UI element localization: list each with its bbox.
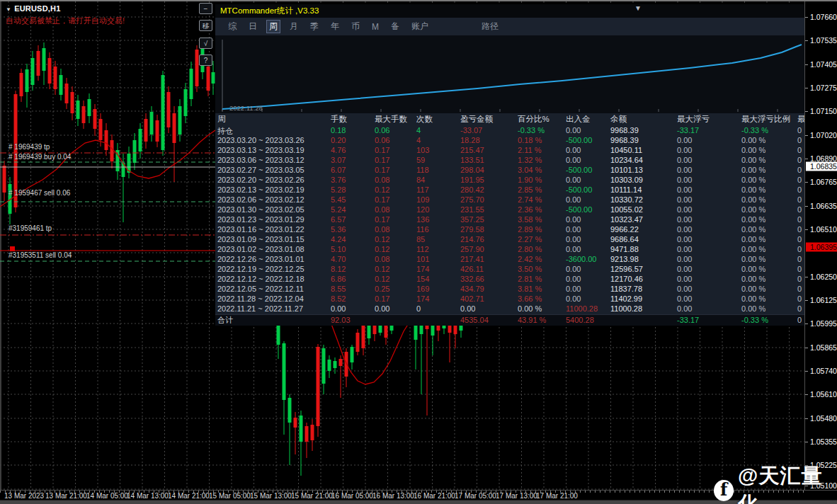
cell: 9968.39 <box>610 126 639 134</box>
cell: 10330.72 <box>610 195 643 204</box>
menu-item-账户[interactable]: 账户 <box>409 20 431 33</box>
price-label: 1.07405 <box>810 60 837 69</box>
panel-title[interactable]: MTCommander统计 ,V3.33 <box>215 4 804 18</box>
table-row[interactable]: 2022.12.12 ~ 2022.12.186.860.12154332.66… <box>215 275 804 285</box>
menu-item-季[interactable]: 季 <box>307 20 321 33</box>
menu-item-日[interactable]: 日 <box>246 20 260 33</box>
table-row[interactable]: 2022.12.05 ~ 2022.12.118.550.25169434.79… <box>215 285 804 294</box>
chevron-down-icon[interactable]: ▼ <box>6 6 11 13</box>
cell: 0 <box>797 176 802 184</box>
table-row[interactable]: 2023.02.06 ~ 2023.02.125.450.17109275.70… <box>215 195 804 205</box>
menu-item-M[interactable]: M <box>369 21 382 33</box>
cell: 2.11 % <box>518 146 541 154</box>
check-button[interactable]: √ <box>199 38 212 49</box>
time-label: 16 Mar 13:00 <box>372 492 414 500</box>
cell: 0.17 <box>375 294 389 303</box>
menu-item-备[interactable]: 备 <box>388 20 402 33</box>
order-label-1[interactable]: # 1969439 buy 0.04 <box>8 153 71 161</box>
cell: 0.00 <box>566 225 581 234</box>
price-tick <box>805 88 808 88</box>
table-row[interactable]: 2023.01.02 ~ 2023.01.085.100.12112257.90… <box>215 245 804 255</box>
col-header-8: 最大浮亏 <box>677 114 710 125</box>
time-axis[interactable]: 13 Mar 202313 Mar 21:0014 Mar 05:0014 Ma… <box>0 490 837 500</box>
watermark-handle: @天汇量化 <box>738 462 837 504</box>
menu-item-综[interactable]: 综 <box>225 20 239 33</box>
time-label: 13 Mar 2023 <box>4 492 44 500</box>
price-label: 1.07150 <box>810 107 837 115</box>
cell: 1.32 % <box>518 156 542 164</box>
table-row[interactable]: 2023.02.27 ~ 2023.03.056.070.17118298.04… <box>215 166 804 176</box>
table-row[interactable]: 2022.11.21 ~ 2022.11.270.000.0000.000.00… <box>215 304 804 314</box>
menu-item-周[interactable]: 周 <box>266 20 280 33</box>
cell: 174 <box>416 294 429 303</box>
cell: 0.17 <box>375 215 389 224</box>
cell: 0 <box>797 255 802 263</box>
row-total[interactable]: 合计92.034535.0443.91 %5400.28-33.17-0.33 … <box>215 314 804 326</box>
cell: 0.00 <box>677 166 692 174</box>
cell: 2022.12.19 ~ 2022.12.25 <box>217 265 304 273</box>
table-row[interactable]: 2023.01.23 ~ 2023.01.296.570.17136357.25… <box>215 215 804 225</box>
cell: 0.00 <box>677 195 692 204</box>
order-label-0[interactable]: # 1969439 tp <box>8 143 50 151</box>
table-row[interactable]: 2023.01.30 ~ 2023.02.055.240.08120231.55… <box>215 205 804 215</box>
bid-marker[interactable] <box>10 246 15 251</box>
table-row[interactable]: 2023.01.16 ~ 2023.01.225.360.08116279.58… <box>215 225 804 235</box>
stats-table: 持仓0.180.064-33.07-0.33 %0.009968.39-33.1… <box>215 126 804 326</box>
facebook-icon: f <box>714 480 734 501</box>
cell: 2023.01.30 ~ 2023.02.05 <box>217 205 304 214</box>
table-row[interactable]: 2022.12.19 ~ 2022.12.258.120.12174426.11… <box>215 265 804 275</box>
price-tick <box>805 64 808 65</box>
price-tick <box>805 323 808 324</box>
table-row[interactable]: 2023.01.09 ~ 2023.01.154.240.1285214.762… <box>215 235 804 245</box>
cell: 11402.99 <box>610 294 642 303</box>
cell: 8.55 <box>331 285 346 293</box>
help-button[interactable]: ? <box>199 55 212 66</box>
table-row[interactable]: 2023.03.06 ~ 2023.03.123.070.1759133.511… <box>215 156 804 166</box>
table-row[interactable]: 2023.02.13 ~ 2023.02.195.280.12117280.42… <box>215 185 804 195</box>
time-label: 16 Mar 05:00 <box>331 492 373 500</box>
minimize-button[interactable]: − <box>199 3 212 14</box>
move-button[interactable]: 移 <box>199 20 212 31</box>
row-open-position[interactable]: 持仓0.180.064-33.07-0.33 %0.009968.39-33.1… <box>215 126 804 136</box>
menu-item-币[interactable]: 币 <box>348 20 363 33</box>
table-row[interactable]: 2023.03.13 ~ 2023.03.194.760.17103215.47… <box>215 146 804 156</box>
cell: 11837.78 <box>610 285 642 293</box>
order-label-3[interactable]: #31959461 tp <box>8 224 52 232</box>
cell: 0.00 <box>566 215 581 224</box>
col-header-6: 出入金 <box>566 114 591 125</box>
cell: 0 <box>797 215 802 224</box>
cell: -33.07 <box>460 126 482 134</box>
table-row[interactable]: 2022.11.28 ~ 2022.12.048.520.17174402.71… <box>215 294 804 304</box>
col-header-1: 手数 <box>331 114 347 125</box>
menu-item-月[interactable]: 月 <box>287 20 301 33</box>
cell: 0.00 <box>677 245 692 253</box>
bid-price-box: 1.06395 <box>806 243 837 252</box>
cell: 8.52 <box>331 294 346 303</box>
table-row[interactable]: 2023.03.20 ~ 2023.03.260.200.06418.280.1… <box>215 136 804 146</box>
cell: 10055.02 <box>610 205 643 214</box>
mtcommander-panel: MTCommander统计 ,V3.33 ▼ 综日周月季年币M备账户路径 202… <box>215 4 804 325</box>
cell: 0.17 <box>375 195 389 204</box>
cell: 0 <box>797 315 802 326</box>
price-tick <box>805 17 808 18</box>
menu-item-path[interactable]: 路径 <box>479 20 501 33</box>
cell: 2.27 % <box>518 235 542 244</box>
cell: 2022.12.26 ~ 2023.01.01 <box>217 255 304 263</box>
order-label-2[interactable]: # 1959467 sell 0.06 <box>8 189 70 197</box>
cell: -500.00 <box>566 185 592 194</box>
price-axis[interactable]: 1.076601.075351.074051.072751.071501.070… <box>804 1 837 490</box>
cell: 5.28 <box>331 185 346 194</box>
time-label: 17 Mar 21:00 <box>536 492 578 500</box>
cell: 5400.28 <box>566 315 594 326</box>
price-tick <box>805 111 808 112</box>
table-row[interactable]: 2023.02.20 ~ 2023.02.263.760.0884191.951… <box>215 176 804 185</box>
horizontal-scrollbar[interactable] <box>0 500 837 504</box>
cell: 0.00 <box>677 156 692 164</box>
table-row[interactable]: 2022.12.26 ~ 2023.01.014.700.08101217.41… <box>215 255 804 265</box>
cell: 0.00 <box>677 265 692 273</box>
order-label-4[interactable]: #31953511 sell 0.04 <box>8 251 72 259</box>
price-label: 1.06635 <box>810 202 837 210</box>
cell: 154 <box>416 275 429 283</box>
panel-collapse-icon[interactable]: ▼ <box>634 5 642 12</box>
menu-item-年[interactable]: 年 <box>328 20 342 33</box>
